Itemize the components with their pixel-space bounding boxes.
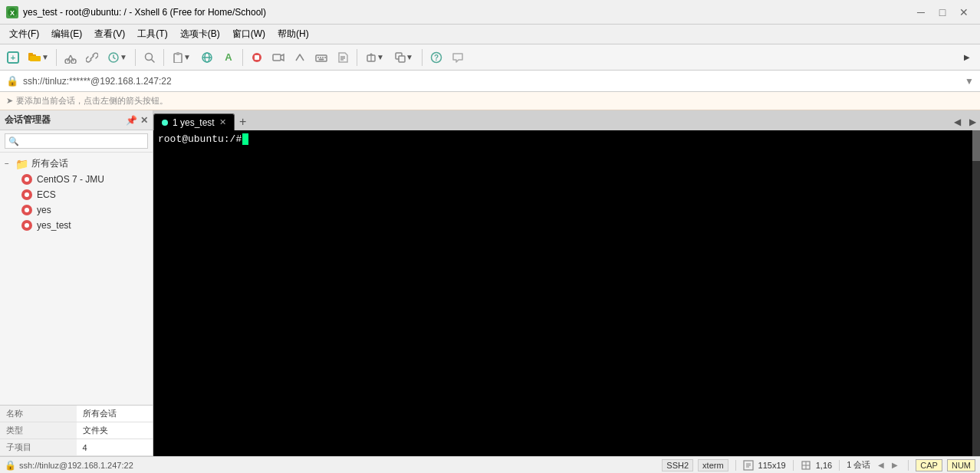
svg-rect-21 <box>316 55 327 61</box>
sidebar-close-icon[interactable]: ✕ <box>140 115 148 126</box>
package-button[interactable]: ▼ <box>361 48 389 67</box>
terminal[interactable]: root@ubuntu:/# <box>153 130 980 456</box>
ssh-badge[interactable]: SSH2 <box>662 459 693 471</box>
svg-rect-19 <box>255 55 259 60</box>
window-button[interactable]: ▼ <box>390 48 418 67</box>
sidebar-header: 会话管理器 📌 ✕ <box>0 110 153 130</box>
terminal-scrollbar-thumb[interactable] <box>972 130 980 161</box>
info-text: 要添加当前会话，点击左侧的箭头按钮。 <box>16 95 168 107</box>
session-item-ecs[interactable]: ECS <box>0 187 153 202</box>
menu-view[interactable]: 查看(V) <box>88 26 131 42</box>
tab-prev-button[interactable]: ◀ <box>949 113 965 130</box>
terminal-container: 1 yes_test ✕ + ◀ ▶ root@ubuntu:/# <box>153 110 980 456</box>
new-button[interactable]: + <box>3 48 23 67</box>
toolbar: + ▼ ▼ ▼ A ▼ <box>0 44 980 71</box>
svg-rect-14 <box>176 52 179 55</box>
chat-button[interactable] <box>448 48 468 67</box>
app-icon: X <box>6 6 18 18</box>
session-item-centos[interactable]: CentOS 7 - JMU <box>0 172 153 187</box>
status-connection: ssh://tinluz@192.168.1.247:22 <box>19 461 133 470</box>
terminal-prompt-line: root@ubuntu:/# <box>158 133 975 145</box>
cap-badge[interactable]: CAP <box>916 459 942 471</box>
sidebar: 会话管理器 📌 ✕ − 📁 所有会话 CentOS 7 - JMU <box>0 110 153 456</box>
script-button[interactable] <box>333 48 353 67</box>
session-count: 1 会话 <box>847 459 870 471</box>
terminal-size: 115x19 <box>758 461 786 470</box>
svg-text:X: X <box>10 9 15 17</box>
session-icon-centos <box>21 174 32 185</box>
status-lock-icon: 🔒 <box>5 460 16 471</box>
prop-row-count: 子项目 4 <box>0 439 153 456</box>
menu-tabs[interactable]: 选项卡(B) <box>174 26 226 42</box>
svg-text:+: + <box>11 53 15 62</box>
link-button[interactable] <box>82 48 102 67</box>
menu-file[interactable]: 文件(F) <box>3 26 45 42</box>
close-button[interactable]: ✕ <box>954 4 974 21</box>
status-bar: 🔒 ssh://tinluz@192.168.1.247:22 SSH2 xte… <box>0 456 980 473</box>
window-controls: ─ □ ✕ <box>911 4 974 21</box>
maximize-button[interactable]: □ <box>932 4 952 21</box>
session-item-yes-test[interactable]: yes_test <box>0 218 153 233</box>
search-input[interactable] <box>5 133 148 149</box>
tab-navigation: ◀ ▶ <box>949 113 980 130</box>
address-dropdown-button[interactable]: ▼ <box>965 76 974 87</box>
tab-next-button[interactable]: ▶ <box>965 113 980 130</box>
menu-edit[interactable]: 编辑(E) <box>45 26 88 42</box>
font-button[interactable]: A <box>219 48 238 67</box>
menu-help[interactable]: 帮助(H) <box>271 26 315 42</box>
jump-button[interactable] <box>290 48 310 67</box>
menu-tools[interactable]: 工具(T) <box>131 26 173 42</box>
menu-window[interactable]: 窗口(W) <box>226 26 271 42</box>
num-badge[interactable]: NUM <box>947 459 975 471</box>
open-button[interactable]: ▼ <box>25 48 52 67</box>
session-label-centos: CentOS 7 - JMU <box>37 174 104 185</box>
info-bar: ➤ 要添加当前会话，点击左侧的箭头按钮。 <box>0 92 980 110</box>
address-text: ssh://tinluz:******@192.168.1.247:22 <box>23 76 965 87</box>
status-sep-1 <box>735 460 736 471</box>
minimize-button[interactable]: ─ <box>911 4 931 21</box>
tab-yes-test[interactable]: 1 yes_test ✕ <box>153 113 235 130</box>
term-badge[interactable]: xterm <box>698 459 728 471</box>
help-button[interactable]: ? <box>426 48 446 67</box>
session-icon-yes <box>21 205 32 215</box>
status-sep-3 <box>839 460 840 471</box>
menu-bar: 文件(F) 编辑(E) 查看(V) 工具(T) 选项卡(B) 窗口(W) 帮助(… <box>0 25 980 44</box>
main-area: 会话管理器 📌 ✕ − 📁 所有会话 CentOS 7 - JMU <box>0 110 980 456</box>
reconnect-button[interactable]: ▼ <box>104 48 131 67</box>
tree-root-label: 所有会话 <box>31 157 68 170</box>
session-label-ecs: ECS <box>37 189 56 200</box>
terminal-scrollbar[interactable] <box>972 130 980 456</box>
folder-icon: 📁 <box>15 158 28 170</box>
svg-rect-5 <box>28 53 33 55</box>
toolbar-more-button[interactable]: ▶ <box>957 48 977 67</box>
title-bar: X yes_test - root@ubuntu: / - Xshell 6 (… <box>0 0 980 25</box>
cursor-position: 1,16 <box>816 461 832 470</box>
prop-key-name: 名称 <box>0 406 77 422</box>
svg-rect-33 <box>399 56 405 62</box>
stop-button[interactable] <box>247 48 267 67</box>
keyboard-button[interactable] <box>311 48 331 67</box>
size-icon <box>743 460 754 471</box>
session-icon-ecs <box>21 189 32 200</box>
status-right: SSH2 xterm 115x19 1,16 1 会话 ◀ ▶ CAP NUM <box>662 459 975 471</box>
clipboard-button[interactable]: ▼ <box>168 48 196 67</box>
tree-root-folder[interactable]: − 📁 所有会话 <box>0 156 153 172</box>
add-tab-button[interactable]: + <box>235 113 252 130</box>
session-prev-arrow[interactable]: ◀ <box>875 459 887 471</box>
arrow-icon: ➤ <box>6 96 13 106</box>
session-next-arrow[interactable]: ▶ <box>889 459 901 471</box>
svg-rect-6 <box>30 56 41 61</box>
find-button[interactable] <box>140 48 159 67</box>
tab-close-button[interactable]: ✕ <box>219 117 226 127</box>
sidebar-title: 会话管理器 <box>5 113 51 126</box>
cursor-pos-icon <box>801 460 811 471</box>
session-item-yes[interactable]: yes <box>0 202 153 218</box>
sidebar-header-icons: 📌 ✕ <box>126 115 148 126</box>
status-sep-4 <box>908 460 909 471</box>
record-button[interactable] <box>268 48 288 67</box>
cut-button[interactable] <box>61 48 81 67</box>
tree-toggle-icon: − <box>5 159 15 168</box>
globe-button[interactable] <box>197 48 217 67</box>
tab-label: 1 yes_test <box>173 117 215 128</box>
pin-icon[interactable]: 📌 <box>126 115 137 126</box>
